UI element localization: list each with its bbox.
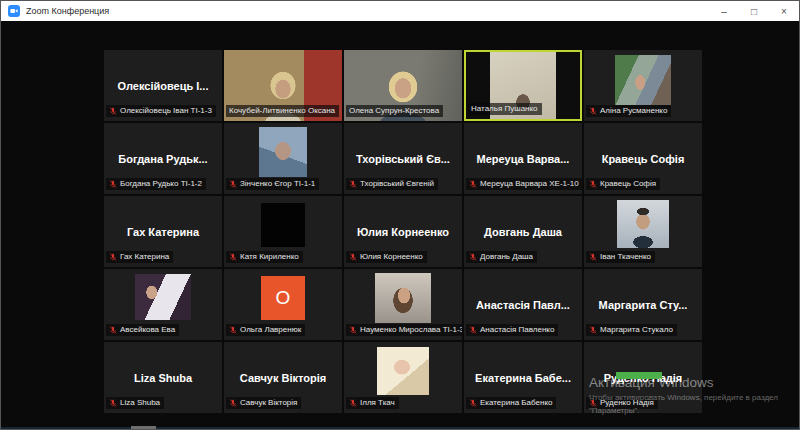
participant-name-label: Liza Shuba xyxy=(106,397,164,409)
participant-tile[interactable]: Авсейкова Ева xyxy=(104,269,222,340)
participant-name-text: Ілля Ткач xyxy=(360,398,395,407)
close-button[interactable]: × xyxy=(769,1,799,21)
participant-name-text: Іван Ткаченко xyxy=(600,252,651,261)
muted-mic-icon xyxy=(109,107,117,115)
participant-tile[interactable]: Довгань ДашаДовгань Даша xyxy=(464,196,582,267)
participant-name-label: Кочубей-Литвиненко Оксана xyxy=(226,105,339,117)
participant-avatar: О xyxy=(261,276,305,320)
muted-mic-icon xyxy=(109,180,117,188)
zoom-app-icon xyxy=(8,5,20,17)
muted-mic-icon xyxy=(109,326,117,334)
participant-name-text: Анастасія Павленко xyxy=(480,325,554,334)
muted-mic-icon xyxy=(349,180,357,188)
participant-name-label: Аліна Русманенко xyxy=(586,105,671,117)
participant-name-label: Олексійовець Іван ТІ-1-3 xyxy=(106,105,216,117)
green-indicator xyxy=(616,372,662,379)
participant-photo xyxy=(615,55,671,105)
participant-tile[interactable]: Науменко Мирослава ТІ-1-3 xyxy=(344,269,462,340)
participant-tile[interactable]: Олексійовець І...Олексійовець Іван ТІ-1-… xyxy=(104,50,222,121)
participant-name-text: Кравець Софія xyxy=(600,179,656,188)
participant-name-label: Юлия Корнеенко xyxy=(346,251,427,263)
muted-mic-icon xyxy=(469,399,477,407)
participant-photo xyxy=(261,203,305,247)
participant-name-text: Кочубей-Литвиненко Оксана xyxy=(229,106,335,115)
participant-name-text: Олексійовець Іван ТІ-1-3 xyxy=(120,106,212,115)
muted-mic-icon xyxy=(349,326,357,334)
window-controls: – □ × xyxy=(709,1,799,21)
muted-mic-icon xyxy=(469,180,477,188)
participant-name-label: Анастасія Павленко xyxy=(466,324,558,336)
participant-photo xyxy=(377,347,429,395)
participant-tile[interactable]: Богдана Рудьк...Богдана Рудько ТІ-1-2 xyxy=(104,123,222,194)
meeting-area: Олексійовець І...Олексійовець Іван ТІ-1-… xyxy=(1,21,799,429)
participant-name-text: Наталья Пушанко xyxy=(471,104,538,113)
participant-tile[interactable]: ООльга Лавренюк xyxy=(224,269,342,340)
participant-tile[interactable]: Наталья Пушанко xyxy=(464,50,582,121)
muted-mic-icon xyxy=(229,326,237,334)
participant-name-label: Екатерина Бабенко xyxy=(466,397,556,409)
participant-name-label: Катя Кириленко xyxy=(226,251,303,263)
window-bottom-edge xyxy=(1,427,799,429)
participant-name-text: Мереуца Варвара ХЕ-1-10 xyxy=(480,179,579,188)
participant-name-label: Ольга Лавренюк xyxy=(226,324,305,336)
participant-grid: Олексійовець І...Олексійовець Іван ТІ-1-… xyxy=(104,50,702,413)
participant-tile[interactable]: Зінченко Єгор ТІ-1-1 xyxy=(224,123,342,194)
muted-mic-icon xyxy=(469,253,477,261)
title-bar: Zoom Конференция – □ × xyxy=(1,1,799,21)
participant-tile[interactable]: Кравець СофіяКравець Софія xyxy=(584,123,702,194)
muted-mic-icon xyxy=(589,107,597,115)
participant-name-text: Зінченко Єгор ТІ-1-1 xyxy=(240,179,315,188)
participant-tile[interactable]: Кочубей-Литвиненко Оксана xyxy=(224,50,342,121)
muted-mic-icon xyxy=(109,253,117,261)
participant-name-label: Науменко Мирослава ТІ-1-3 xyxy=(346,324,462,336)
muted-mic-icon xyxy=(229,253,237,261)
participant-tile[interactable]: Мереуца Варва...Мереуца Варвара ХЕ-1-10 xyxy=(464,123,582,194)
participant-tile[interactable]: Аліна Русманенко xyxy=(584,50,702,121)
participant-tile[interactable]: Liza ShubaLiza Shuba xyxy=(104,342,222,413)
muted-mic-icon xyxy=(109,399,117,407)
maximize-button[interactable]: □ xyxy=(739,1,769,21)
participant-name-text: Гах Катерина xyxy=(120,252,169,261)
zoom-window: Zoom Конференция – □ × Олексійовець І...… xyxy=(0,0,800,430)
participant-name-label: Богдана Рудько ТІ-1-2 xyxy=(106,178,206,190)
participant-name-text: Екатерина Бабенко xyxy=(480,398,552,407)
participant-tile[interactable]: Руденко НадіяРуденко Надія xyxy=(584,342,702,413)
muted-mic-icon xyxy=(469,326,477,334)
participant-name-label: Авсейкова Ева xyxy=(106,324,179,336)
participant-name-text: Довгань Даша xyxy=(480,252,533,261)
minimize-button[interactable]: – xyxy=(709,1,739,21)
participant-name-label: Тхорівський Євгеній xyxy=(346,178,438,190)
participant-name-text: Тхорівський Євгеній xyxy=(360,179,434,188)
participant-name-text: Савчук Вікторія xyxy=(240,398,297,407)
participant-tile[interactable]: Катя Кириленко xyxy=(224,196,342,267)
participant-name-text: Авсейкова Ева xyxy=(120,325,175,334)
participant-tile[interactable]: Анастасія Павл...Анастасія Павленко xyxy=(464,269,582,340)
muted-mic-icon xyxy=(589,253,597,261)
participant-tile[interactable]: Ілля Ткач xyxy=(344,342,462,413)
participant-name-text: Liza Shuba xyxy=(120,398,160,407)
window-title: Zoom Конференция xyxy=(26,6,109,16)
participant-tile[interactable]: Савчук ВікторіяСавчук Вікторія xyxy=(224,342,342,413)
window-resize-handle[interactable] xyxy=(131,426,156,429)
participant-tile[interactable]: Олена Супрун-Крестова xyxy=(344,50,462,121)
participant-tile[interactable]: Екатерина Бабе...Екатерина Бабенко xyxy=(464,342,582,413)
participant-name-label: Іван Ткаченко xyxy=(586,251,655,263)
participant-name-text: Юлия Корнеенко xyxy=(360,252,423,261)
participant-name-label: Ілля Ткач xyxy=(346,397,399,409)
participant-photo xyxy=(375,273,431,323)
participant-tile[interactable]: Юлия КорнеенкоЮлия Корнеенко xyxy=(344,196,462,267)
participant-tile[interactable]: Тхорівський Єв...Тхорівський Євгеній xyxy=(344,123,462,194)
participant-name-label: Гах Катерина xyxy=(106,251,173,263)
participant-name-text: Науменко Мирослава ТІ-1-3 xyxy=(360,325,462,334)
participant-name-text: Руденко Надія xyxy=(600,398,654,407)
participant-name-label: Кравець Софія xyxy=(586,178,660,190)
participant-tile[interactable]: Маргарита Сту...Маргарита Стукало xyxy=(584,269,702,340)
participant-photo xyxy=(617,200,669,248)
participant-tile[interactable]: Іван Ткаченко xyxy=(584,196,702,267)
participant-name-label: Олена Супрун-Крестова xyxy=(346,105,443,117)
participant-name-label: Зінченко Єгор ТІ-1-1 xyxy=(226,178,319,190)
participant-name-label: Довгань Даша xyxy=(466,251,537,263)
participant-name-text: Ольга Лавренюк xyxy=(240,325,301,334)
participant-name-text: Олена Супрун-Крестова xyxy=(349,106,439,115)
participant-tile[interactable]: Гах КатеринаГах Катерина xyxy=(104,196,222,267)
